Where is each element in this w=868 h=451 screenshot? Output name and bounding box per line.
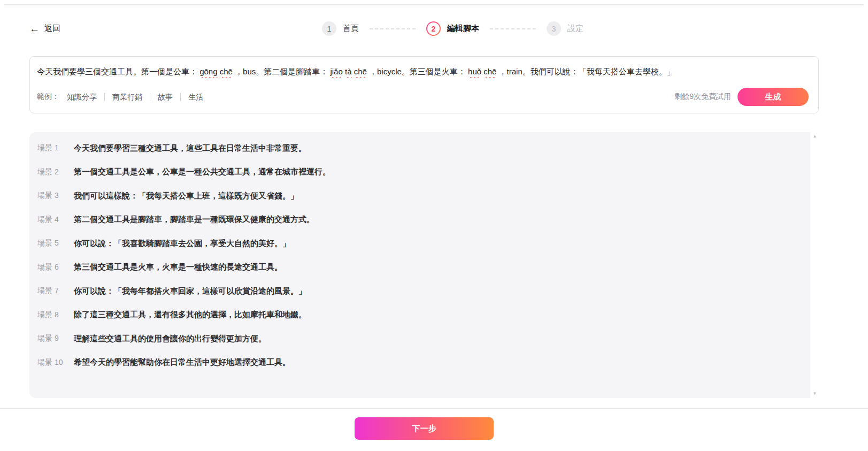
step-3-number: 3 — [547, 21, 561, 36]
step-home[interactable]: 1 首頁 — [322, 21, 359, 36]
script-text-segment: ，train。我們可以說：「我每天搭公車去學校。」 — [499, 67, 675, 76]
top-divider — [4, 4, 864, 5]
script-text-segment: ，bicycle。第三個是火車： — [369, 67, 466, 76]
script-text-segment: chē — [354, 67, 367, 76]
script-text-segment: huǒ — [468, 67, 481, 76]
examples-group: 範例： 知識分享 商業行銷 故事 生活 — [37, 92, 203, 102]
scene-label: 場景 5 — [37, 239, 74, 248]
step-edit-script[interactable]: 2 編輯腳本 — [426, 21, 479, 36]
script-text-segment: chē — [483, 67, 496, 76]
trial-remaining-text: 剩餘9次免費試用 — [674, 92, 731, 102]
scene-label: 場景 3 — [37, 191, 74, 201]
back-label: 返回 — [44, 24, 60, 34]
script-text-segment: tà — [345, 67, 352, 76]
scene-row[interactable]: 場景 9 理解這些交通工具的使用會讓你的出行變得更加方便。 — [29, 327, 819, 351]
script-text-segment: ，bus。第二個是腳踏車： — [235, 67, 328, 76]
scene-label: 場景 7 — [37, 286, 74, 296]
scene-text: 理解這些交通工具的使用會讓你的出行變得更加方便。 — [74, 334, 266, 344]
scene-row[interactable]: 場景 2 第一個交通工具是公車，公車是一種公共交通工具，通常在城市裡運行。 — [29, 160, 819, 185]
example-tag[interactable]: 知識分享 — [67, 93, 97, 101]
scene-text: 今天我們要學習三種交通工具，這些工具在日常生活中非常重要。 — [74, 143, 306, 154]
scene-text: 第二個交通工具是腳踏車，腳踏車是一種既環保又健康的交通方式。 — [74, 215, 314, 225]
next-step-button[interactable]: 下一步 — [355, 417, 494, 440]
examples-label: 範例： — [37, 92, 59, 102]
scene-row[interactable]: 場景 7 你可以說：「我每年都搭火車回家，這樣可以欣賞沿途的風景。」 — [29, 279, 819, 303]
scene-label: 場景 8 — [37, 310, 74, 320]
scene-text: 你可以說：「我每年都搭火車回家，這樣可以欣賞沿途的風景。」 — [74, 286, 306, 296]
scene-label: 場景 1 — [37, 143, 74, 153]
example-tag[interactable]: 生活 — [180, 93, 203, 101]
step-1-number: 1 — [322, 21, 336, 36]
scene-row[interactable]: 場景 6 第三個交通工具是火車，火車是一種快速的長途交通工具。 — [29, 256, 819, 280]
scene-row[interactable]: 場景 10 希望今天的學習能幫助你在日常生活中更好地選擇交通工具。 — [29, 351, 819, 375]
scene-text: 第三個交通工具是火車，火車是一種快速的長途交通工具。 — [74, 262, 282, 272]
footer-divider — [0, 408, 868, 409]
step-3-label: 設定 — [567, 24, 583, 34]
back-arrow-icon: ← — [29, 24, 40, 34]
scene-row[interactable]: 場景 8 除了這三種交通工具，還有很多其他的選擇，比如摩托車和地鐵。 — [29, 303, 819, 327]
script-text-segment: gōng — [199, 67, 217, 76]
scene-label: 場景 4 — [37, 215, 74, 225]
scene-row[interactable]: 場景 3 我們可以這樣說：「我每天搭公車上班，這樣既方便又省錢。」 — [29, 184, 819, 208]
script-text-segment: 今天我們要學三個交通工具。第一個是公車： — [37, 67, 197, 76]
scene-text: 希望今天的學習能幫助你在日常生活中更好地選擇交通工具。 — [74, 357, 290, 368]
example-list: 知識分享 商業行銷 故事 生活 — [67, 93, 203, 101]
step-settings[interactable]: 3 設定 — [547, 21, 583, 36]
step-2-number: 2 — [427, 22, 440, 35]
step-connector — [490, 28, 536, 29]
scene-row[interactable]: 場景 4 第二個交通工具是腳踏車，腳踏車是一種既環保又健康的交通方式。 — [29, 208, 819, 232]
scene-text: 我們可以這樣說：「我每天搭公車上班，這樣既方便又省錢。」 — [74, 191, 298, 201]
scene-label: 場景 2 — [37, 167, 74, 177]
scene-label: 場景 6 — [37, 263, 74, 272]
scene-text: 除了這三種交通工具，還有很多其他的選擇，比如摩托車和地鐵。 — [74, 310, 306, 320]
step-1-label: 首頁 — [343, 24, 359, 34]
scene-label: 場景 9 — [37, 334, 74, 343]
script-input[interactable]: 今天我們要學三個交通工具。第一個是公車： gōng chē ，bus。第二個是腳… — [30, 57, 818, 78]
editor-right-group: 剩餘9次免費試用 生成 — [674, 88, 809, 106]
scroll-down-arrow-icon[interactable]: ▼ — [813, 392, 817, 396]
step-connector — [370, 28, 416, 29]
generate-button[interactable]: 生成 — [738, 88, 809, 106]
example-tag[interactable]: 商業行銷 — [104, 93, 142, 101]
step-2-circle: 2 — [426, 21, 441, 36]
scene-row[interactable]: 場景 5 你可以說：「我喜歡騎腳踏車去公園，享受大自然的美好。」 — [29, 232, 819, 256]
script-text-segment: jiǎo — [330, 67, 342, 76]
example-tag[interactable]: 故事 — [150, 93, 173, 101]
editor-toolbar: 範例： 知識分享 商業行銷 故事 生活 剩餘9次免費試用 生成 — [37, 87, 809, 106]
back-button[interactable]: ← 返回 — [29, 24, 60, 34]
stepper: 1 首頁 2 編輯腳本 3 設定 — [322, 21, 583, 36]
scene-row[interactable]: 場景 1 今天我們要學習三種交通工具，這些工具在日常生活中非常重要。 — [29, 136, 819, 160]
scene-list-panel: 場景 1 今天我們要學習三種交通工具，這些工具在日常生活中非常重要。 場景 2 … — [29, 132, 819, 398]
script-editor-card: 今天我們要學三個交通工具。第一個是公車： gōng chē ，bus。第二個是腳… — [29, 56, 819, 113]
script-text-segment: chē — [220, 67, 233, 76]
scene-text: 你可以說：「我喜歡騎腳踏車去公園，享受大自然的美好。」 — [74, 239, 290, 249]
scrollbar[interactable]: ▲ ▼ — [810, 132, 819, 398]
scroll-up-arrow-icon[interactable]: ▲ — [813, 134, 817, 139]
scene-list: 場景 1 今天我們要學習三種交通工具，這些工具在日常生活中非常重要。 場景 2 … — [29, 136, 819, 374]
step-2-label: 編輯腳本 — [447, 24, 479, 34]
scene-text: 第一個交通工具是公車，公車是一種公共交通工具，通常在城市裡運行。 — [74, 167, 331, 177]
scene-label: 場景 10 — [37, 358, 74, 368]
